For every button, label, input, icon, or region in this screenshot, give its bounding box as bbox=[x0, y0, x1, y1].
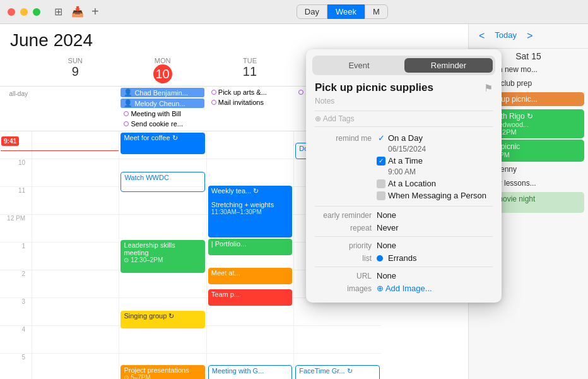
event-portfolio[interactable]: | Portfolio... bbox=[208, 239, 292, 255]
popup-divider3 bbox=[315, 267, 493, 267]
minimize-button[interactable] bbox=[20, 8, 28, 16]
day-view-button[interactable]: Day bbox=[297, 4, 327, 19]
popup-remind-label: remind me bbox=[315, 133, 372, 143]
reminder-popup[interactable]: Event Reminder Pick up picnic supplies ⚑… bbox=[306, 49, 502, 303]
tab-reminder[interactable]: Reminder bbox=[404, 58, 493, 73]
close-button[interactable] bbox=[8, 8, 15, 16]
maximize-button[interactable] bbox=[33, 8, 40, 16]
event-meet-coffee[interactable]: Meet for coffee ↻ bbox=[121, 133, 204, 154]
popup-notes[interactable]: Notes bbox=[315, 97, 493, 105]
titlebar: ⊞ 📥 + Day Week M bbox=[0, 0, 588, 24]
popup-divider2 bbox=[315, 236, 493, 237]
popup-tags[interactable]: ⊕ Add Tags bbox=[315, 111, 493, 127]
event-leadership[interactable]: Leadership skills meeting ⊙ 12:30–2PM bbox=[121, 240, 204, 273]
event-meeting-g[interactable]: Meeting with G... bbox=[208, 365, 292, 379]
popup-priority-row: priority None bbox=[315, 241, 493, 250]
popup-at-time-row: ✓ At a Time bbox=[377, 156, 493, 165]
messaging-label: When Messaging a Person bbox=[388, 191, 486, 200]
at-time-check[interactable]: ✓ bbox=[377, 157, 385, 165]
allday-sun bbox=[32, 87, 119, 131]
calendar-month: June bbox=[10, 30, 49, 51]
popup-date: 06/15/2024 bbox=[377, 145, 493, 153]
popup-messaging-row: When Messaging a Person bbox=[377, 191, 493, 200]
repeat-value[interactable]: Never bbox=[377, 223, 399, 232]
allday-label: all-day bbox=[0, 87, 32, 131]
popup-flag-icon[interactable]: ⚑ bbox=[484, 82, 493, 94]
tab-event[interactable]: Event bbox=[315, 58, 403, 73]
popup-body: Pick up picnic supplies ⚑ Notes ⊕ Add Ta… bbox=[306, 75, 502, 303]
popup-location-row: At a Location bbox=[377, 179, 493, 188]
popup-remind-content: ✓ On a Day 06/15/2024 ✓ At a Time 9:00 A… bbox=[377, 133, 493, 202]
on-a-day-label: On a Day bbox=[388, 133, 423, 143]
popup-tabs: Event Reminder bbox=[312, 56, 495, 75]
list-value[interactable]: Errands bbox=[388, 253, 417, 263]
current-time-badge: 9:41 bbox=[1, 136, 19, 146]
popup-list-row: list Errands bbox=[315, 253, 493, 263]
list-dot bbox=[377, 255, 383, 262]
allday-mail-inv[interactable]: Mail invitations bbox=[208, 98, 291, 107]
prev-month-button[interactable]: < bbox=[475, 29, 488, 43]
repeat-label: repeat bbox=[315, 224, 372, 232]
time-labels-col: 9:41 10 11 12 PM 1 2 3 4 5 6 bbox=[0, 131, 32, 379]
event-watch-wwdc[interactable]: Watch WWDC bbox=[121, 172, 204, 192]
popup-divider bbox=[315, 206, 493, 207]
popup-url-row: URL None bbox=[315, 271, 493, 280]
next-month-button[interactable]: > bbox=[523, 29, 536, 43]
popup-on-a-day-row: ✓ On a Day bbox=[377, 133, 493, 143]
week-view-button[interactable]: Week bbox=[327, 4, 365, 19]
allday-chad[interactable]: 👤 Chad Benjamin... bbox=[121, 88, 204, 97]
day-header-mon[interactable]: Mon 10 bbox=[119, 54, 206, 86]
priority-value[interactable]: None bbox=[377, 241, 396, 250]
popup-early-reminder-row: early reminder None bbox=[315, 210, 493, 220]
popup-images-row: images ⊕ Add Image... bbox=[315, 284, 493, 293]
today-button[interactable]: Today bbox=[491, 29, 520, 43]
popup-repeat-row: repeat Never bbox=[315, 223, 493, 232]
add-image-button[interactable]: ⊕ Add Image... bbox=[377, 284, 432, 293]
early-reminder-label: early reminder bbox=[315, 211, 372, 220]
event-facetime[interactable]: FaceTime Gr... ↻ bbox=[295, 365, 379, 379]
location-label: At a Location bbox=[388, 179, 436, 188]
day-header-sun[interactable]: Sun 9 bbox=[32, 54, 119, 86]
calendar-year: 2024 bbox=[54, 30, 93, 51]
allday-mon: 👤 Chad Benjamin... 👤 Melody Cheun... Mee… bbox=[119, 87, 206, 131]
grid-col-sun bbox=[32, 131, 119, 379]
grid-col-tue: Weekly tea... ↻ Stretching + weights 11:… bbox=[206, 131, 293, 379]
popup-remind-me-section: remind me ✓ On a Day 06/15/2024 ✓ At a T… bbox=[315, 133, 493, 202]
event-project[interactable]: Project presentations ⊙ 5–7PM bbox=[121, 365, 204, 379]
location-check[interactable] bbox=[377, 179, 385, 188]
popup-time: 9:00 AM bbox=[377, 167, 493, 176]
at-time-label: At a Time bbox=[388, 156, 423, 165]
allday-tue: Pick up arts &... Mail invitations bbox=[206, 87, 293, 131]
url-label: URL bbox=[315, 272, 372, 280]
sidebar-nav: < Today > bbox=[469, 24, 588, 49]
month-view-button[interactable]: M bbox=[365, 4, 388, 19]
event-meet-at[interactable]: Meet at... bbox=[208, 268, 292, 284]
add-event-button[interactable]: + bbox=[91, 4, 99, 19]
on-a-day-check[interactable]: ✓ bbox=[377, 134, 385, 143]
sidebar-toggle-icon[interactable]: ⊞ bbox=[54, 6, 62, 18]
event-team-p[interactable]: Team p... bbox=[208, 289, 292, 306]
day-header-tue[interactable]: Tue 11 bbox=[206, 54, 293, 86]
grid-col-mon: Meet for coffee ↻ Watch WWDC Leadership … bbox=[119, 131, 206, 379]
allday-meeting-bill[interactable]: Meeting with Bill bbox=[121, 109, 204, 118]
event-stretching[interactable]: Stretching + weights 11:30AM–1:30PM bbox=[208, 200, 292, 238]
early-reminder-value[interactable]: None bbox=[377, 210, 396, 220]
inbox-icon[interactable]: 📥 bbox=[71, 6, 84, 18]
images-label: images bbox=[315, 284, 372, 293]
popup-title-row: Pick up picnic supplies ⚑ bbox=[315, 81, 493, 94]
priority-label: priority bbox=[315, 241, 372, 250]
popup-title: Pick up picnic supplies bbox=[315, 81, 433, 94]
messaging-check[interactable] bbox=[377, 191, 385, 200]
sidebar-nav-arrows: < Today > bbox=[475, 29, 536, 43]
allday-pickup-arts[interactable]: Pick up arts &... bbox=[208, 88, 291, 97]
list-label: list bbox=[315, 254, 372, 263]
allday-melody[interactable]: 👤 Melody Cheun... bbox=[121, 99, 204, 108]
allday-send-cookie[interactable]: Send cookie re... bbox=[121, 119, 204, 128]
event-singing[interactable]: Singing group ↻ bbox=[121, 311, 204, 328]
time-gutter bbox=[0, 54, 32, 86]
url-value[interactable]: None bbox=[377, 271, 396, 280]
